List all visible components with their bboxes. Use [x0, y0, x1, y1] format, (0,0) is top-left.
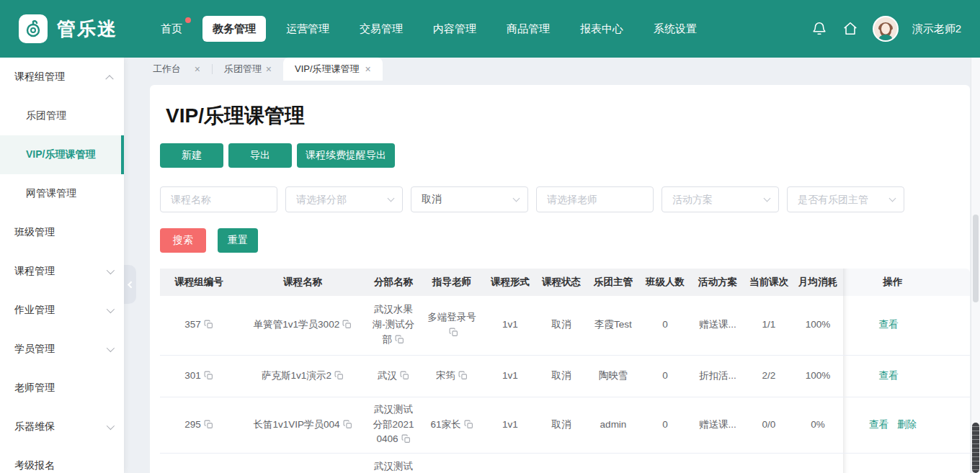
nav-item-academic[interactable]: 教务管理: [202, 16, 266, 42]
delete-link[interactable]: 删除: [897, 419, 917, 430]
main-menu: 首页 教务管理 运营管理 交易管理 内容管理 商品管理 报表中心 系统设置: [151, 16, 707, 42]
copy-icon[interactable]: [395, 335, 404, 344]
col-current-session: 当前课次: [745, 269, 793, 296]
table-row: 301 萨克斯1v1演示2 武汉 宋筠 1v1 取消 陶映雪 0 折扣活... …: [160, 355, 970, 397]
chevron-down-icon: [107, 422, 115, 430]
col-activity-plan: 活动方案: [690, 269, 745, 296]
col-course-name: 课程名称: [238, 269, 368, 296]
col-spacer: [943, 269, 970, 296]
copy-icon[interactable]: [449, 328, 458, 337]
copy-icon[interactable]: [342, 320, 352, 329]
top-navbar: 管乐迷 首页 教务管理 运营管理 交易管理 内容管理 商品管理 报表中心 系统设…: [0, 0, 980, 58]
view-link[interactable]: 查看: [879, 370, 899, 381]
close-icon[interactable]: ×: [266, 64, 272, 74]
col-band-manager: 乐团主管: [587, 269, 640, 296]
tab-workbench[interactable]: 工作台×: [141, 58, 212, 81]
current-user-name[interactable]: 演示老师2: [912, 22, 961, 36]
col-teacher: 指导老师: [419, 269, 484, 296]
logo-icon: [19, 14, 48, 43]
chevron-down-icon: [107, 305, 115, 313]
copy-icon[interactable]: [464, 420, 473, 429]
nav-item-operations[interactable]: 运营管理: [276, 16, 339, 42]
col-class-size: 班级人数: [640, 269, 690, 296]
sidebar: 课程组管理 乐团管理 VIP/乐理课管理 网管课管理 班级管理 课程管理 作业管…: [0, 58, 124, 473]
chevron-up-icon: [105, 75, 113, 83]
col-monthly-consumption: 月均消耗: [793, 269, 843, 296]
filter-status-select[interactable]: [411, 186, 528, 212]
close-icon[interactable]: ×: [195, 64, 200, 74]
filter-branch-select[interactable]: [285, 186, 403, 212]
course-table: 课程组编号 课程名称 分部名称 指导老师 课程形式 课程状态 乐团主管 班级人数…: [160, 269, 960, 473]
nav-item-settings[interactable]: 系统设置: [643, 16, 707, 42]
copy-icon[interactable]: [334, 371, 344, 380]
copy-icon[interactable]: [343, 420, 352, 429]
copy-icon[interactable]: [204, 420, 213, 429]
nav-item-home[interactable]: 首页: [151, 16, 192, 42]
avatar[interactable]: [873, 16, 899, 42]
filter-course-name-input[interactable]: [160, 186, 277, 212]
sidebar-item-vip-theory[interactable]: VIP/乐理课管理: [0, 135, 124, 174]
col-branch: 分部名称: [368, 269, 419, 296]
sidebar-item-teachers[interactable]: 老师管理: [0, 369, 124, 407]
sidebar-item-students[interactable]: 学员管理: [0, 330, 124, 369]
app-title: 管乐迷: [57, 17, 117, 42]
search-button[interactable]: 搜索: [160, 228, 206, 253]
filter-activity-select[interactable]: [662, 186, 779, 212]
sidebar-item-online-course[interactable]: 网管课管理: [0, 174, 124, 213]
sidebar-item-band-mgmt[interactable]: 乐团管理: [0, 96, 124, 135]
scrollbar-thumb-dark[interactable]: [972, 423, 979, 473]
chevron-left-icon: [128, 281, 135, 288]
view-link[interactable]: 查看: [869, 419, 888, 430]
filter-teacher-select[interactable]: [536, 186, 654, 212]
copy-icon[interactable]: [204, 371, 213, 380]
chevron-down-icon: [107, 266, 115, 274]
app-logo: 管乐迷: [19, 14, 117, 43]
tab-vip-theory[interactable]: VIP/乐理课管理×: [283, 58, 383, 81]
close-icon[interactable]: ×: [365, 64, 371, 74]
view-link[interactable]: 查看: [879, 319, 899, 330]
col-form: 课程形式: [484, 269, 536, 296]
sidebar-item-homework[interactable]: 作业管理: [0, 291, 124, 330]
copy-icon[interactable]: [458, 371, 468, 380]
chevron-down-icon: [107, 344, 115, 352]
nav-item-reports[interactable]: 报表中心: [570, 16, 633, 42]
sidebar-item-exam-registration[interactable]: 考级报名: [0, 446, 124, 473]
home-icon[interactable]: [842, 20, 859, 37]
sidebar-item-course-groups[interactable]: 课程组管理: [0, 58, 124, 96]
bell-icon[interactable]: [811, 20, 828, 37]
table-row: 295 长笛1v1VIP学员004 武汉测试分部20210406 61家长 1v…: [160, 397, 970, 453]
copy-icon[interactable]: [204, 320, 213, 329]
sidebar-item-class-mgmt[interactable]: 班级管理: [0, 213, 124, 252]
tab-band-mgmt[interactable]: 乐团管理×: [213, 58, 283, 81]
scrollbar-track[interactable]: [971, 58, 980, 473]
scrollbar-thumb[interactable]: [973, 215, 979, 302]
page-card: VIP/乐理课管理 新建 导出 课程续费提醒导出 搜索 重置: [150, 85, 970, 473]
table-row: 357 单簧管1v1学员3002 武汉水果湖-测试分部 多端登录号 1v1 取消…: [160, 296, 970, 355]
sidebar-item-course-mgmt[interactable]: 课程管理: [0, 252, 124, 291]
copy-icon[interactable]: [400, 371, 409, 380]
filter-band-manager-select[interactable]: [787, 186, 904, 212]
col-actions: 操作: [843, 269, 943, 296]
nav-item-content[interactable]: 内容管理: [423, 16, 486, 42]
sidebar-item-instrument-maintenance[interactable]: 乐器维保: [0, 407, 124, 446]
nav-item-products[interactable]: 商品管理: [496, 16, 560, 42]
page-title: VIP/乐理课管理: [166, 102, 960, 130]
sidebar-collapse-handle[interactable]: [124, 265, 136, 304]
table-row: 291 中音萨克斯1v1学员10 武汉测试分部20210406 老师202 1v…: [160, 453, 970, 473]
copy-icon[interactable]: [401, 434, 411, 443]
col-group-id: 课程组编号: [160, 269, 238, 296]
renewal-reminder-export-button[interactable]: 课程续费提醒导出: [297, 143, 395, 168]
reset-button[interactable]: 重置: [218, 228, 258, 253]
export-button[interactable]: 导出: [228, 143, 292, 168]
tab-bar: 工作台× 乐团管理× VIP/乐理课管理×: [124, 58, 980, 81]
notification-dot: [185, 17, 191, 23]
table-header-row: 课程组编号 课程名称 分部名称 指导老师 课程形式 课程状态 乐团主管 班级人数…: [160, 269, 970, 296]
nav-item-transactions[interactable]: 交易管理: [349, 16, 413, 42]
col-status: 课程状态: [536, 269, 587, 296]
create-button[interactable]: 新建: [160, 143, 223, 168]
